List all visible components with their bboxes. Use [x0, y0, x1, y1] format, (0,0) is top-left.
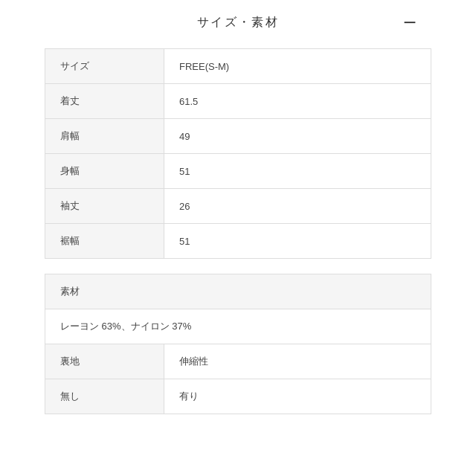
table-row: 素材: [45, 274, 431, 309]
table-row: 着丈61.5: [45, 84, 431, 119]
table-row: レーヨン 63%、ナイロン 37%: [45, 309, 431, 344]
material-header: 素材: [45, 274, 431, 309]
material-text: レーヨン 63%、ナイロン 37%: [45, 309, 431, 344]
cell-value: FREE(S-M): [164, 49, 431, 83]
size-section: サイズFREE(S-M)着丈61.5肩幅49身幅51袖丈26裾幅51: [45, 48, 431, 259]
cell-label: 身幅: [45, 154, 164, 188]
cell-label: 着丈: [45, 84, 164, 118]
cell-label: 裏地: [45, 344, 164, 379]
cell-label: 肩幅: [45, 119, 164, 153]
cell-value: 51: [164, 224, 431, 258]
cell-value: 26: [164, 189, 431, 223]
cell-label: 無し: [45, 379, 164, 414]
page-header: サイズ・素材 ー: [45, 15, 431, 30]
header-divider: ー: [403, 14, 416, 32]
cell-value: 49: [164, 119, 431, 153]
table-row: 無し有り: [45, 379, 431, 414]
table-row: 身幅51: [45, 154, 431, 189]
material-section: 素材レーヨン 63%、ナイロン 37%裏地伸縮性無し有り: [45, 274, 431, 414]
table-row: 裾幅51: [45, 224, 431, 258]
cell-value: 伸縮性: [164, 344, 431, 379]
cell-label: サイズ: [45, 49, 164, 83]
table-row: 肩幅49: [45, 119, 431, 154]
cell-label: 袖丈: [45, 189, 164, 223]
page-title: サイズ・素材: [197, 15, 279, 30]
cell-value: 51: [164, 154, 431, 188]
table-row: サイズFREE(S-M): [45, 49, 431, 84]
table-row: 袖丈26: [45, 189, 431, 224]
table-row: 裏地伸縮性: [45, 344, 431, 379]
cell-label: 裾幅: [45, 224, 164, 258]
cell-value: 61.5: [164, 84, 431, 118]
cell-value: 有り: [164, 379, 431, 414]
